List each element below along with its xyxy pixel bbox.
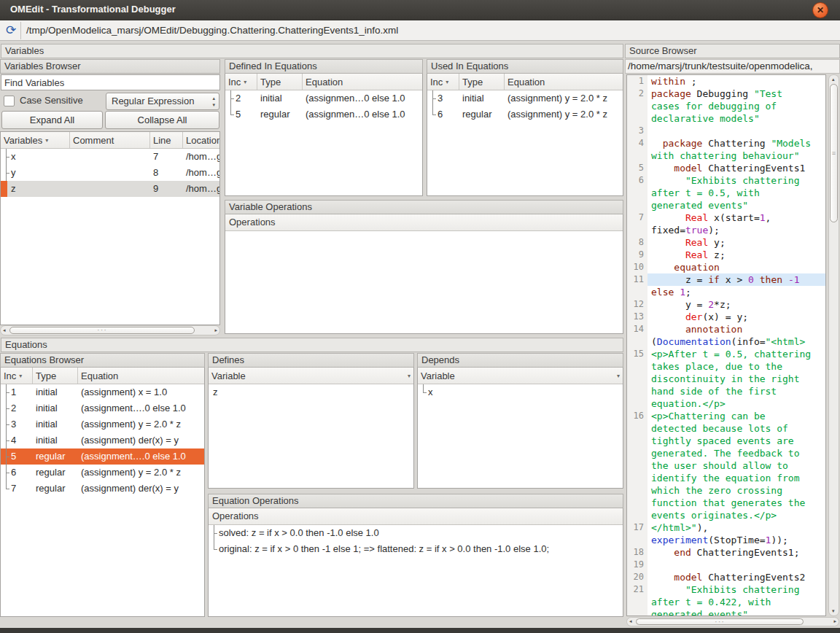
- tree-branch-icon: [1, 165, 11, 181]
- code-line: experiment(StopTime=1));: [627, 534, 825, 546]
- equation-row[interactable]: 6regular(assignment) y = 2.0 * z: [427, 106, 623, 123]
- line-number: 5: [627, 162, 648, 174]
- code-line: 2package Debugging "Test: [627, 88, 825, 100]
- column-header[interactable]: Type: [257, 74, 303, 90]
- scroll-left-icon[interactable]: ◂: [629, 618, 632, 624]
- scroll-up-icon[interactable]: ▴: [832, 77, 835, 82]
- equation-row[interactable]: 2initial(assignment….0 else 1.0: [1, 400, 204, 416]
- column-header-label: Variable: [421, 370, 455, 381]
- code-line-text: z = if x > 0 then -1: [648, 273, 825, 286]
- line-number: 17: [627, 521, 648, 534]
- scrollbar-thumb[interactable]: [636, 618, 804, 625]
- scroll-left-icon[interactable]: ◂: [3, 327, 6, 333]
- code-line: (Documentation(info="<html>: [627, 335, 825, 348]
- code-line-text: tightly spaced events are: [648, 435, 825, 447]
- expand-all-button[interactable]: Expand All: [1, 111, 103, 129]
- omedit-window: OMEdit - Transformational Debugger ✕ ⟳ /…: [0, 0, 840, 633]
- column-header[interactable]: Line: [150, 132, 183, 148]
- scroll-right-icon[interactable]: ▸: [833, 618, 836, 624]
- variable-row[interactable]: y8/hom…g.: [1, 165, 219, 181]
- equation-cell: (assignment) y = 2.0 * z: [78, 465, 204, 481]
- type-cell: initial: [33, 416, 78, 432]
- sort-descending-icon: ▾: [617, 373, 620, 379]
- case-sensitive-checkbox[interactable]: [4, 96, 15, 106]
- scroll-right-icon[interactable]: ▸: [214, 327, 217, 333]
- close-button[interactable]: ✕: [812, 2, 828, 18]
- equation-row[interactable]: 7regular(assignment) der(x) = y: [1, 481, 204, 497]
- code-line-text: fixed=true);: [648, 224, 825, 236]
- column-header-label: Location: [186, 135, 219, 146]
- title-bar[interactable]: OMEdit - Transformational Debugger ✕: [0, 0, 840, 20]
- line-number: 2: [627, 88, 648, 100]
- equation-row[interactable]: 6regular(assignment) y = 2.0 * z: [1, 465, 204, 481]
- column-header[interactable]: Inc▾: [427, 74, 459, 90]
- column-header[interactable]: Equation: [303, 74, 422, 90]
- column-header[interactable]: Inc▾: [1, 368, 33, 384]
- code-line-text: der(x) = y;: [648, 311, 825, 323]
- type-cell: initial: [257, 90, 303, 106]
- collapse-all-button[interactable]: Collapse All: [105, 111, 219, 129]
- equation-cell: (assignment) der(x) = y: [78, 481, 204, 497]
- operation-row[interactable]: original: z = if x > 0 then -1 else 1; =…: [209, 541, 623, 557]
- code-line-text: function that generates the: [648, 497, 825, 509]
- equation-row[interactable]: 3initial(assignment) y = 2.0 * z: [427, 90, 623, 106]
- variable-operations-column-header[interactable]: Operations: [225, 214, 623, 231]
- source-code-editor[interactable]: 1within ;2package Debugging "Testcases f…: [626, 74, 826, 616]
- case-sensitive-label: Case Sensitive: [20, 95, 83, 106]
- regex-dropdown[interactable]: Regular Expression ▴▾: [106, 93, 219, 110]
- column-header[interactable]: Equation: [78, 368, 204, 384]
- line-number: [627, 422, 648, 435]
- column-header[interactable]: Comment: [70, 132, 150, 148]
- scrollbar-thumb[interactable]: [830, 84, 838, 222]
- variable-row[interactable]: z9/hom…g.: [1, 181, 219, 197]
- equation-cell: (assignment) y = 2.0 * z: [78, 416, 204, 432]
- column-header[interactable]: Variables▾: [1, 132, 70, 148]
- variables-horizontal-scrollbar[interactable]: ◂ ▸: [0, 325, 220, 335]
- equation-row[interactable]: 5regular(assignmen…0 else 1.0: [225, 106, 422, 123]
- code-line-text: detected because lots of: [648, 422, 825, 435]
- index-cell: 5: [236, 109, 241, 120]
- operation-row[interactable]: solved: z = if x > 0.0 then -1.0 else 1.…: [209, 525, 623, 541]
- tree-branch-icon: [427, 106, 438, 123]
- code-line-text: </html>"),: [648, 521, 825, 534]
- equation-row[interactable]: 5regular(assignment….0 else 1.0: [1, 448, 204, 465]
- code-line-text: package Chattering "Models: [648, 137, 825, 149]
- find-variables-input[interactable]: [1, 74, 220, 90]
- equation-row[interactable]: 3initial(assignment) y = 2.0 * z: [1, 416, 204, 432]
- refresh-icon[interactable]: ⟳: [3, 23, 19, 39]
- code-line-text: generated events": [648, 199, 825, 211]
- column-header[interactable]: Type: [33, 368, 78, 384]
- column-header[interactable]: Inc▾: [225, 74, 257, 90]
- variable-row[interactable]: x: [418, 384, 623, 400]
- type-cell: regular: [33, 465, 78, 481]
- scrollbar-thumb[interactable]: [9, 327, 195, 334]
- index-cell: 1: [11, 387, 16, 397]
- code-line-text: takes place, due to the: [648, 360, 825, 373]
- column-header-label: Inc: [228, 77, 241, 88]
- column-header[interactable]: Variable▾: [418, 368, 623, 384]
- tree-branch-icon: [225, 90, 236, 106]
- equation-row[interactable]: 2initial(assignmen…0 else 1.0: [225, 90, 422, 106]
- comment-cell: [70, 181, 150, 197]
- column-header[interactable]: Variable▾: [209, 368, 413, 384]
- tree-branch-icon: [1, 400, 11, 416]
- source-vertical-scrollbar[interactable]: ▴ ▾: [828, 74, 839, 616]
- code-line-text: Real y;: [648, 236, 825, 249]
- equation-operations-column-header[interactable]: Operations: [209, 508, 623, 525]
- code-line: 6 "Exhibits chattering: [627, 174, 825, 187]
- scroll-down-icon[interactable]: ▾: [832, 608, 835, 614]
- column-header[interactable]: Type: [459, 74, 505, 90]
- code-line-text: y = 2*z;: [648, 298, 825, 311]
- variable-row[interactable]: z: [209, 384, 413, 400]
- column-header[interactable]: Equation: [505, 74, 623, 90]
- source-horizontal-scrollbar[interactable]: ◂ ▸: [626, 617, 839, 626]
- column-header[interactable]: Location: [183, 132, 219, 148]
- code-line: 15<p>After t = 0.5, chattering: [627, 348, 825, 360]
- equation-cell: (assignmen…0 else 1.0: [303, 90, 422, 106]
- index-cell: 5: [11, 451, 16, 462]
- equation-row[interactable]: 1initial(assignment) x = 1.0: [1, 384, 204, 400]
- line-number: [627, 149, 648, 162]
- line-number: [627, 397, 648, 410]
- variable-row[interactable]: x7/hom…g.: [1, 149, 219, 165]
- equation-row[interactable]: 4initial(assignment) der(x) = y: [1, 432, 204, 448]
